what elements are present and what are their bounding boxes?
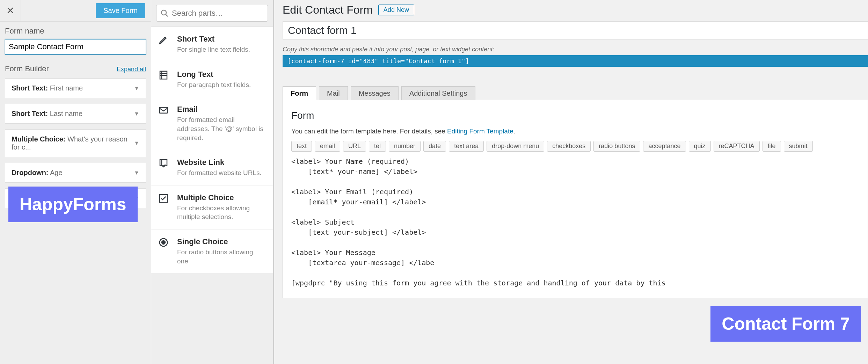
tag-date[interactable]: date: [423, 141, 446, 152]
tab-form[interactable]: Form: [283, 86, 316, 100]
part-long-text[interactable]: Long TextFor paragraph text fields.: [151, 62, 273, 97]
form-title-input[interactable]: [283, 21, 868, 39]
tag-radio-buttons[interactable]: radio buttons: [593, 141, 640, 152]
part-desc: For formatted email addresses. The '@' s…: [177, 115, 266, 142]
part-title: Email: [177, 105, 266, 114]
part-multiple-choice[interactable]: Multiple ChoiceFor checkboxes allowing m…: [151, 185, 273, 229]
shortcode-hint: Copy this shortcode and paste it into yo…: [283, 46, 868, 53]
part-title: Multiple Choice: [177, 193, 266, 202]
form-name-input[interactable]: [5, 39, 146, 54]
check-icon: [158, 193, 170, 221]
builder-item[interactable]: Multiple Choice: What's your reason for …: [5, 129, 146, 157]
save-form-button[interactable]: Save Form: [96, 3, 145, 18]
builder-item[interactable]: Short Text: First name▼: [5, 78, 146, 98]
part-title: Long Text: [177, 70, 251, 79]
tag-email[interactable]: email: [315, 141, 340, 152]
svg-point-0: [161, 10, 166, 15]
tag-reCAPTCHA[interactable]: reCAPTCHA: [714, 141, 760, 152]
tag-number[interactable]: number: [389, 141, 421, 152]
tab-additional-settings[interactable]: Additional Settings: [401, 86, 475, 100]
add-new-button[interactable]: Add New: [378, 5, 414, 15]
close-icon[interactable]: ✕: [0, 0, 21, 22]
contact-form-7-badge: Contact Form 7: [710, 306, 861, 342]
tag-text[interactable]: text: [291, 141, 312, 152]
panel-hint: You can edit the form template here. For…: [291, 128, 859, 135]
tag-acceptance[interactable]: acceptance: [643, 141, 686, 152]
doc-icon: [158, 70, 170, 89]
tag-text-area[interactable]: text area: [449, 141, 484, 152]
expand-all-link[interactable]: Expand all: [117, 66, 146, 73]
part-single-choice[interactable]: Single ChoiceFor radio buttons allowing …: [151, 229, 273, 273]
chevron-down-icon: ▼: [134, 170, 139, 176]
panel-heading: Form: [291, 110, 859, 121]
form-name-label: Form name: [5, 27, 146, 36]
part-email[interactable]: EmailFor formatted email addresses. The …: [151, 97, 273, 150]
item-name: Age: [49, 169, 63, 176]
chevron-down-icon: ▼: [134, 140, 139, 146]
shortcode-box[interactable]: [contact-form-7 id="483" title="Contact …: [283, 55, 868, 67]
form-template-code[interactable]: <label> Your Name (required) [text* your…: [291, 156, 859, 288]
pencil-icon: [158, 35, 170, 54]
item-name: First name: [48, 84, 83, 92]
item-type: Dropdown:: [12, 169, 49, 176]
part-title: Website Link: [177, 158, 262, 167]
search-icon: [160, 9, 169, 17]
tag-tel[interactable]: tel: [369, 141, 386, 152]
part-short-text[interactable]: Short TextFor single line text fields.: [151, 27, 273, 62]
item-type: Short Text:: [12, 84, 48, 92]
part-desc: For paragraph text fields.: [177, 80, 251, 89]
mail-icon: [158, 105, 170, 142]
radio-icon: [158, 237, 170, 265]
form-builder-heading: Form Builder: [5, 64, 49, 73]
tag-quiz[interactable]: quiz: [689, 141, 711, 152]
tag-drop-down-menu[interactable]: drop-down menu: [487, 141, 544, 152]
part-desc: For radio buttons allowing one: [177, 248, 266, 265]
tag-submit[interactable]: submit: [784, 141, 813, 152]
page-title: Edit Contact Form: [283, 3, 373, 16]
tag-checkboxes[interactable]: checkboxes: [547, 141, 591, 152]
builder-item[interactable]: Dropdown: Age▼: [5, 163, 146, 183]
tab-mail[interactable]: Mail: [319, 86, 348, 100]
part-desc: For formatted website URLs.: [177, 168, 262, 177]
tab-messages[interactable]: Messages: [351, 86, 399, 100]
link-icon: [158, 158, 170, 177]
svg-rect-6: [160, 108, 168, 113]
chevron-down-icon: ▼: [134, 85, 139, 92]
search-parts-input[interactable]: [156, 5, 268, 22]
part-desc: For single line text fields.: [177, 45, 250, 54]
builder-item[interactable]: Short Text: Last name▼: [5, 104, 146, 124]
part-website-link[interactable]: Website LinkFor formatted website URLs.: [151, 150, 273, 185]
happyforms-badge: HappyForms: [8, 187, 138, 222]
part-title: Single Choice: [177, 237, 266, 246]
item-type: Multiple Choice:: [12, 135, 65, 143]
svg-line-1: [166, 14, 168, 16]
item-name: Last name: [48, 110, 82, 117]
part-desc: For checkboxes allowing multiple selecti…: [177, 204, 266, 221]
tag-URL[interactable]: URL: [343, 141, 366, 152]
part-title: Short Text: [177, 35, 250, 44]
svg-point-9: [162, 241, 165, 244]
tag-file[interactable]: file: [763, 141, 781, 152]
chevron-down-icon: ▼: [134, 111, 139, 117]
item-type: Short Text:: [12, 110, 48, 117]
editing-template-link[interactable]: Editing Form Template: [447, 128, 513, 135]
